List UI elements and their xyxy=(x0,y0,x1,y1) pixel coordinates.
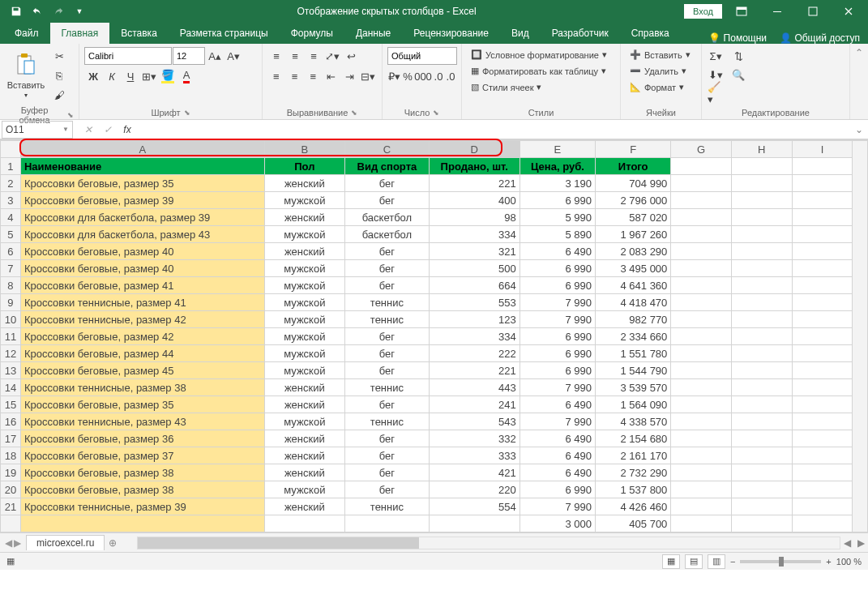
align-center-icon[interactable]: ≡ xyxy=(286,67,304,85)
data-cell[interactable]: бег xyxy=(345,362,430,379)
percent-icon[interactable]: % xyxy=(402,67,413,85)
find-icon[interactable]: 🔍 xyxy=(727,66,750,83)
tab-layout[interactable]: Разметка страницы xyxy=(169,23,280,44)
row-header[interactable]: 5 xyxy=(1,226,21,243)
tab-help[interactable]: Справка xyxy=(620,23,681,44)
data-cell[interactable]: 2 154 680 xyxy=(596,430,671,447)
data-cell[interactable]: бег xyxy=(345,243,430,260)
qat-dropdown-icon[interactable]: ▼ xyxy=(70,2,89,21)
bold-icon[interactable]: Ж xyxy=(84,67,102,85)
conditional-format-button[interactable]: 🔲 Условное форматирование▾ xyxy=(467,47,615,62)
table-header-cell[interactable]: Продано, шт. xyxy=(429,158,520,175)
tab-developer[interactable]: Разработчик xyxy=(541,23,620,44)
tab-home[interactable]: Главная xyxy=(50,23,110,44)
increase-font-icon[interactable]: A▴ xyxy=(206,47,224,65)
data-cell[interactable]: Кроссовки беговые, размер 35 xyxy=(20,396,264,413)
data-cell[interactable]: 5 890 xyxy=(520,226,595,243)
name-box[interactable]: O11▼ xyxy=(2,121,73,139)
data-cell[interactable]: мужской xyxy=(264,328,345,345)
data-cell[interactable]: теннис xyxy=(345,294,430,311)
data-cell[interactable]: мужской xyxy=(264,362,345,379)
number-launcher-icon[interactable]: ⬊ xyxy=(433,109,439,117)
tab-insert[interactable]: Вставка xyxy=(109,23,169,44)
record-macro-icon[interactable]: ▦ xyxy=(6,556,15,566)
orientation-icon[interactable]: ⤢▾ xyxy=(323,47,341,65)
underline-icon[interactable]: Ч xyxy=(122,67,139,85)
data-cell[interactable]: мужской xyxy=(264,481,345,498)
row-header[interactable]: 8 xyxy=(1,277,21,294)
data-cell[interactable]: 333 xyxy=(429,447,520,464)
select-all-corner[interactable] xyxy=(1,141,21,158)
insert-cells-button[interactable]: ➕ Вставить▾ xyxy=(626,47,696,62)
row-header[interactable]: 12 xyxy=(1,345,21,362)
data-cell[interactable]: 2 161 170 xyxy=(596,447,671,464)
page-break-view-icon[interactable]: ▥ xyxy=(708,554,725,569)
data-cell[interactable]: 587 020 xyxy=(596,209,671,226)
data-cell[interactable]: 221 xyxy=(429,362,520,379)
column-header[interactable]: E xyxy=(520,141,595,158)
column-header[interactable]: H xyxy=(731,141,792,158)
expand-formula-icon[interactable]: ⌄ xyxy=(850,124,868,135)
data-cell[interactable]: женский xyxy=(264,209,345,226)
tab-file[interactable]: Файл xyxy=(3,23,50,44)
data-cell[interactable]: 704 990 xyxy=(596,175,671,192)
align-top-icon[interactable]: ≡ xyxy=(267,47,285,65)
data-cell[interactable]: 2 083 290 xyxy=(596,243,671,260)
alignment-launcher-icon[interactable]: ⬊ xyxy=(351,109,357,117)
sheet-tab[interactable]: microexcel.ru xyxy=(26,535,105,550)
row-header[interactable]: 4 xyxy=(1,209,21,226)
add-sheet-icon[interactable]: ⊕ xyxy=(105,537,121,549)
data-cell[interactable]: бег xyxy=(345,447,430,464)
data-cell[interactable]: 334 xyxy=(429,328,520,345)
cancel-formula-icon[interactable]: ✕ xyxy=(79,124,97,135)
data-cell[interactable]: 6 490 xyxy=(520,396,595,413)
data-cell[interactable]: 222 xyxy=(429,345,520,362)
tab-formulas[interactable]: Формулы xyxy=(280,23,344,44)
data-cell[interactable]: Кроссовки теннисные, размер 41 xyxy=(20,294,264,311)
align-bottom-icon[interactable]: ≡ xyxy=(305,47,323,65)
data-cell[interactable]: 1 537 800 xyxy=(596,481,671,498)
zoom-slider[interactable] xyxy=(740,560,821,563)
data-cell[interactable]: 500 xyxy=(429,260,520,277)
align-middle-icon[interactable]: ≡ xyxy=(286,47,304,65)
data-cell[interactable]: теннис xyxy=(345,498,430,515)
currency-icon[interactable]: ₽▾ xyxy=(387,67,401,85)
clipboard-launcher-icon[interactable]: ⬊ xyxy=(67,111,74,119)
data-cell[interactable]: 400 xyxy=(429,192,520,209)
font-size-select[interactable] xyxy=(173,47,205,65)
data-cell[interactable]: Кроссовки теннисные, размер 39 xyxy=(20,498,264,515)
column-header[interactable]: D xyxy=(429,141,520,158)
row-header[interactable]: 1 xyxy=(1,158,21,175)
data-cell[interactable]: 1 967 260 xyxy=(596,226,671,243)
data-cell[interactable]: мужской xyxy=(264,413,345,430)
data-cell[interactable]: 6 990 xyxy=(520,192,595,209)
data-cell[interactable]: Кроссовки беговые, размер 45 xyxy=(20,362,264,379)
data-cell[interactable]: Кроссовки для баскетбола, размер 39 xyxy=(20,209,264,226)
login-button[interactable]: Вход xyxy=(684,4,722,19)
data-cell[interactable]: 443 xyxy=(429,379,520,396)
table-header-cell[interactable]: Вид спорта xyxy=(345,158,430,175)
vertical-scrollbar[interactable] xyxy=(853,141,868,532)
data-cell[interactable]: бег xyxy=(345,345,430,362)
data-cell[interactable]: Кроссовки теннисные, размер 43 xyxy=(20,413,264,430)
data-cell[interactable]: 4 418 470 xyxy=(596,294,671,311)
fx-icon[interactable]: fx xyxy=(118,124,136,135)
italic-icon[interactable]: К xyxy=(103,67,121,85)
align-left-icon[interactable]: ≡ xyxy=(267,67,285,85)
data-cell[interactable]: 321 xyxy=(429,243,520,260)
increase-indent-icon[interactable]: ⇥ xyxy=(341,67,359,85)
data-cell[interactable]: 6 990 xyxy=(520,277,595,294)
data-cell[interactable]: бег xyxy=(345,192,430,209)
data-cell[interactable]: 2 334 660 xyxy=(596,328,671,345)
row-header[interactable]: 18 xyxy=(1,447,21,464)
autosum-icon[interactable]: Σ▾ xyxy=(707,47,725,65)
table-header-cell[interactable]: Пол xyxy=(264,158,345,175)
minimize-icon[interactable] xyxy=(761,0,793,23)
data-cell[interactable]: 554 xyxy=(429,498,520,515)
data-cell[interactable]: мужской xyxy=(264,345,345,362)
data-cell[interactable]: 1 551 780 xyxy=(596,345,671,362)
sheet-nav-next-icon[interactable]: ▶ xyxy=(14,537,21,549)
fill-color-icon[interactable]: 🪣 xyxy=(159,67,177,85)
data-cell[interactable]: Кроссовки беговые, размер 36 xyxy=(20,430,264,447)
zoom-out-icon[interactable]: − xyxy=(730,557,735,566)
